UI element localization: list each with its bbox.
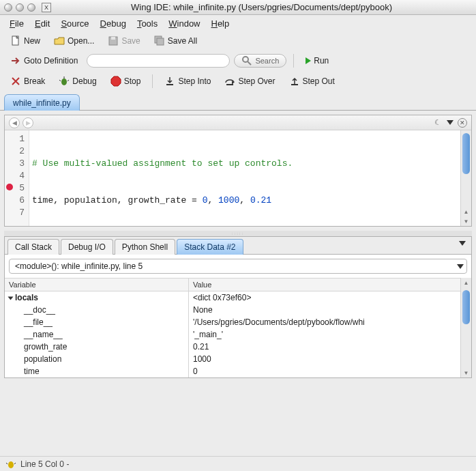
code-area[interactable]: # Use multi-valued assignment to set up … — [29, 130, 460, 226]
save-all-icon — [154, 35, 165, 46]
stepover-button[interactable]: Step Over — [220, 74, 280, 89]
goto-definition-icon — [10, 55, 21, 66]
menubar: File Edit Source Debug Tools Window Help — [0, 15, 476, 31]
scroll-thumb[interactable] — [462, 290, 470, 324]
var-row[interactable]: __doc__ None — [5, 304, 460, 316]
save-icon — [108, 35, 119, 46]
tab-pythonshell[interactable]: Python Shell — [115, 239, 175, 255]
code-text: , — [239, 195, 250, 205]
search-button[interactable]: Search — [234, 54, 286, 68]
menu-source[interactable]: Source — [57, 17, 93, 30]
header-variable[interactable]: Variable — [5, 279, 189, 291]
break-label: Break — [24, 76, 45, 86]
var-name: population — [5, 353, 189, 365]
var-row[interactable]: locals <dict 0x73ef60> — [5, 291, 460, 304]
scroll-down-icon[interactable]: ▼ — [461, 368, 471, 377]
frame-selector[interactable]: <module>(): while_infinite.py, line 5 — [9, 259, 467, 274]
titlebar: X Wing IDE: while_infinite.py (Users/pgr… — [0, 0, 476, 15]
search-input[interactable] — [87, 54, 230, 68]
scroll-up-icon[interactable]: ▲ — [461, 278, 471, 287]
var-row[interactable]: population 1000 — [5, 353, 460, 365]
stepout-button[interactable]: Step Out — [284, 74, 340, 89]
editor-body[interactable]: 1 2 3 4 5 6 7 # Use multi-valued assignm… — [5, 130, 471, 226]
gutter: 1 2 3 4 5 6 7 — [5, 130, 29, 226]
menu-window[interactable]: Window — [164, 17, 204, 30]
editor-menu-icon[interactable] — [447, 120, 453, 125]
var-value: None — [189, 304, 460, 316]
var-row[interactable]: __file__ '/Users/pgries/Documents/dept/p… — [5, 316, 460, 328]
toolbar-search: Goto Definition Search Run — [0, 51, 476, 71]
status-text: Line 5 Col 0 - — [20, 459, 69, 469]
window-title: Wing IDE: while_infinite.py (Users/pgrie… — [51, 2, 472, 12]
tab-stackdata[interactable]: Stack Data #2 — [177, 239, 243, 255]
separator — [152, 74, 153, 88]
step-over-icon — [224, 76, 235, 87]
panel-menu-icon[interactable] — [459, 241, 466, 246]
moon-icon[interactable]: ☾ — [433, 118, 443, 128]
zoom-window-icon[interactable] — [27, 3, 35, 12]
panel-scrollbar[interactable]: ▲ ▼ — [460, 278, 471, 377]
var-name: time — [5, 365, 189, 377]
panel-tabstrip: Call Stack Debug I/O Python Shell Stack … — [5, 237, 471, 255]
var-row[interactable]: __name__ '_main_' — [5, 328, 460, 341]
var-name: __name__ — [5, 328, 189, 341]
new-button[interactable]: New — [5, 33, 45, 48]
stop-button[interactable]: Stop — [106, 74, 146, 89]
line-number: 4 — [5, 170, 25, 182]
svg-line-19 — [14, 463, 16, 464]
menu-file[interactable]: File — [5, 17, 28, 30]
editor-tab[interactable]: while_infinite.py — [4, 94, 80, 111]
svg-line-11 — [68, 80, 69, 81]
window-menu-icon[interactable]: X — [42, 3, 51, 12]
tab-callstack[interactable]: Call Stack — [8, 239, 59, 255]
open-button[interactable]: Open... — [49, 33, 99, 48]
separator — [293, 54, 294, 68]
code-text: 1000 — [218, 195, 239, 205]
break-button[interactable]: Break — [5, 74, 50, 89]
scroll-down-icon[interactable]: ▼ — [461, 216, 471, 226]
var-value: 0 — [189, 365, 460, 377]
scroll-thumb[interactable] — [462, 133, 470, 174]
search-label: Search — [255, 57, 279, 65]
nav-back-icon[interactable]: ◀ — [9, 117, 20, 128]
tab-debugio[interactable]: Debug I/O — [61, 239, 113, 255]
gotodef-button[interactable]: Goto Definition — [5, 53, 83, 68]
debug-button[interactable]: Debug — [54, 74, 101, 89]
saveall-button[interactable]: Save All — [149, 33, 202, 48]
close-window-icon[interactable] — [4, 3, 12, 12]
var-value: '_main_' — [189, 328, 460, 341]
vars-header: Variable Value — [5, 278, 460, 291]
run-button[interactable]: Run — [301, 54, 333, 68]
disclosure-icon[interactable] — [8, 296, 14, 300]
line-number: 1 — [5, 133, 25, 145]
stepinto-button[interactable]: Step Into — [160, 74, 215, 89]
nav-forward-icon[interactable]: ▶ — [23, 117, 33, 128]
menu-help[interactable]: Help — [207, 17, 234, 30]
header-value[interactable]: Value — [189, 279, 460, 291]
splitter[interactable]: ::::: — [4, 231, 472, 236]
scroll-up-icon[interactable]: ▲ — [461, 207, 471, 216]
svg-point-8 — [61, 78, 67, 85]
stop-icon — [110, 76, 121, 87]
var-row[interactable]: time 0 — [5, 365, 460, 377]
line-number: 6 — [5, 195, 25, 207]
code-text: , — [207, 195, 218, 205]
breakpoint-icon[interactable] — [6, 184, 13, 190]
bug-icon — [59, 76, 70, 87]
toolbar-file: New Open... Save Save All — [0, 31, 476, 51]
menu-debug[interactable]: Debug — [96, 17, 130, 30]
editor-scrollbar[interactable]: ▲ ▼ — [460, 130, 471, 226]
debug-label: Debug — [72, 76, 96, 86]
menu-edit[interactable]: Edit — [31, 17, 54, 30]
code-text: 0.21 — [250, 195, 271, 205]
close-panel-icon[interactable]: ✕ — [458, 118, 467, 128]
menu-tools[interactable]: Tools — [133, 17, 162, 30]
var-name: locals — [15, 293, 38, 302]
save-button[interactable]: Save — [103, 33, 145, 48]
var-row[interactable]: growth_rate 0.21 — [5, 341, 460, 353]
variables-table: Variable Value locals <dict 0x73ef60> __… — [5, 278, 471, 377]
var-name: __file__ — [5, 316, 189, 328]
stepinto-label: Step Into — [178, 76, 211, 86]
var-value: 0.21 — [189, 341, 460, 353]
minimize-window-icon[interactable] — [16, 3, 24, 12]
